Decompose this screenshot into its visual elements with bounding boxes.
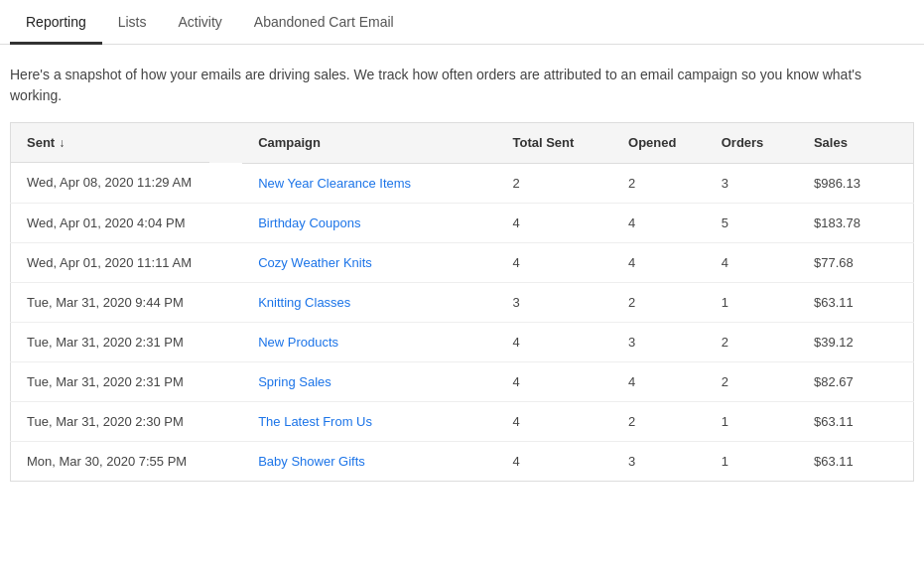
- cell-orders: 1: [706, 441, 798, 481]
- cell-total-sent: 3: [497, 282, 613, 322]
- cell-opened: 2: [612, 163, 706, 203]
- cell-sent: Tue, Mar 31, 2020 2:30 PM: [11, 401, 243, 441]
- column-header-opened: Opened: [612, 123, 706, 164]
- cell-sales: $82.67: [798, 361, 914, 401]
- cell-sent: Wed, Apr 08, 2020 11:29 AM: [11, 163, 243, 203]
- cell-orders: 1: [706, 282, 798, 322]
- campaign-link[interactable]: Spring Sales: [258, 374, 331, 389]
- description-text: Here's a snapshot of how your emails are…: [0, 45, 913, 122]
- cell-opened: 2: [612, 282, 706, 322]
- cell-total-sent: 4: [497, 441, 613, 481]
- cell-sent: Wed, Apr 01, 2020 11:11 AM: [11, 242, 243, 282]
- table-row: Wed, Apr 08, 2020 11:29 AMNew Year Clear…: [11, 163, 914, 203]
- cell-orders: 1: [706, 401, 798, 441]
- campaign-link[interactable]: Cozy Weather Knits: [258, 255, 372, 270]
- cell-campaign: Spring Sales: [242, 361, 496, 401]
- cell-total-sent: 2: [497, 163, 613, 203]
- table-row: Tue, Mar 31, 2020 2:31 PMSpring Sales442…: [11, 361, 914, 401]
- cell-campaign: The Latest From Us: [242, 401, 496, 441]
- campaign-link[interactable]: The Latest From Us: [258, 414, 372, 429]
- cell-opened: 4: [612, 203, 706, 242]
- cell-orders: 2: [706, 322, 798, 361]
- cell-opened: 4: [612, 361, 706, 401]
- cell-sent: Tue, Mar 31, 2020 9:44 PM: [11, 282, 243, 322]
- cell-opened: 4: [612, 242, 706, 282]
- table-row: Tue, Mar 31, 2020 9:44 PMKnitting Classe…: [11, 282, 914, 322]
- tab-lists[interactable]: Lists: [102, 0, 163, 44]
- cell-campaign: Baby Shower Gifts: [242, 441, 496, 481]
- campaign-link[interactable]: Baby Shower Gifts: [258, 454, 365, 469]
- tab-reporting[interactable]: Reporting: [10, 0, 102, 44]
- cell-sales: $63.11: [798, 282, 914, 322]
- table-row: Mon, Mar 30, 2020 7:55 PMBaby Shower Gif…: [11, 441, 914, 481]
- campaign-link[interactable]: Knitting Classes: [258, 295, 350, 310]
- table-header-row: Sent ↓ Campaign Total Sent Opened Orders…: [11, 123, 914, 164]
- cell-opened: 3: [612, 441, 706, 481]
- column-header-campaign: Campaign: [242, 123, 496, 164]
- campaign-link[interactable]: New Year Clearance Items: [258, 176, 411, 191]
- cell-opened: 2: [612, 401, 706, 441]
- tab-activity[interactable]: Activity: [163, 0, 238, 44]
- tab-abandoned-cart-email[interactable]: Abandoned Cart Email: [238, 0, 410, 44]
- cell-total-sent: 4: [497, 401, 613, 441]
- column-header-sent[interactable]: Sent ↓: [11, 123, 209, 163]
- table-row: Wed, Apr 01, 2020 4:04 PMBirthday Coupon…: [11, 203, 914, 242]
- cell-sent: Tue, Mar 31, 2020 2:31 PM: [11, 361, 243, 401]
- cell-sales: $986.13: [798, 163, 914, 203]
- cell-orders: 5: [706, 203, 798, 242]
- cell-campaign: Birthday Coupons: [242, 203, 496, 242]
- cell-sent: Wed, Apr 01, 2020 4:04 PM: [11, 203, 243, 242]
- reporting-table: Sent ↓ Campaign Total Sent Opened Orders…: [10, 122, 914, 482]
- cell-sales: $39.12: [798, 322, 914, 361]
- cell-sales: $63.11: [798, 401, 914, 441]
- nav-tabs: Reporting Lists Activity Abandoned Cart …: [0, 0, 924, 45]
- table-row: Tue, Mar 31, 2020 2:30 PMThe Latest From…: [11, 401, 914, 441]
- cell-total-sent: 4: [497, 203, 613, 242]
- cell-orders: 3: [706, 163, 798, 203]
- reporting-table-container: Sent ↓ Campaign Total Sent Opened Orders…: [0, 122, 924, 482]
- cell-sent: Tue, Mar 31, 2020 2:31 PM: [11, 322, 243, 361]
- cell-sales: $183.78: [798, 203, 914, 242]
- table-row: Tue, Mar 31, 2020 2:31 PMNew Products432…: [11, 322, 914, 361]
- cell-orders: 2: [706, 361, 798, 401]
- cell-opened: 3: [612, 322, 706, 361]
- cell-total-sent: 4: [497, 242, 613, 282]
- cell-campaign: Cozy Weather Knits: [242, 242, 496, 282]
- cell-total-sent: 4: [497, 322, 613, 361]
- cell-campaign: Knitting Classes: [242, 282, 496, 322]
- cell-sales: $63.11: [798, 441, 914, 481]
- campaign-link[interactable]: Birthday Coupons: [258, 215, 360, 230]
- cell-total-sent: 4: [497, 361, 613, 401]
- cell-campaign: New Products: [242, 322, 496, 361]
- column-header-orders: Orders: [706, 123, 798, 164]
- campaign-link[interactable]: New Products: [258, 335, 338, 350]
- cell-campaign: New Year Clearance Items: [242, 163, 496, 203]
- cell-orders: 4: [706, 242, 798, 282]
- cell-sales: $77.68: [798, 242, 914, 282]
- column-header-total-sent: Total Sent: [497, 123, 613, 164]
- sort-icon: ↓: [59, 136, 65, 150]
- cell-sent: Mon, Mar 30, 2020 7:55 PM: [11, 441, 243, 481]
- table-row: Wed, Apr 01, 2020 11:11 AMCozy Weather K…: [11, 242, 914, 282]
- column-header-sales: Sales: [798, 123, 914, 164]
